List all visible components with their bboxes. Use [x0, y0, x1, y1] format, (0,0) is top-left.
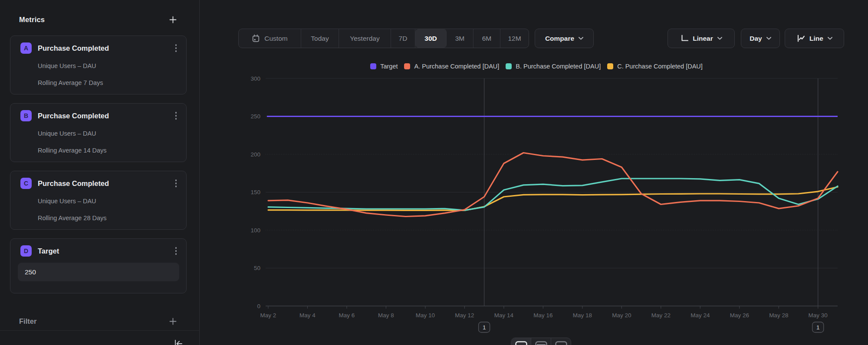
y-axis-label: 150	[250, 189, 260, 195]
x-axis-label: May 22	[651, 312, 671, 319]
x-axis-label: May 18	[573, 312, 592, 319]
x-axis-label: May 12	[455, 312, 474, 319]
x-axis-label: May 16	[533, 312, 552, 319]
x-axis-label: May 24	[690, 312, 710, 319]
y-axis-label: 100	[250, 227, 260, 234]
y-axis-label: 200	[250, 151, 260, 158]
x-axis-label: May 14	[494, 312, 514, 319]
x-axis-label: May 4	[299, 312, 316, 319]
annotation-badge-label: 1	[483, 324, 486, 331]
x-axis-label: May 30	[809, 312, 828, 319]
series-line[interactable]	[268, 187, 838, 210]
bar-chart-toggle-button[interactable]	[551, 338, 571, 345]
y-axis-label: 250	[250, 113, 260, 120]
y-axis-label: 300	[250, 75, 260, 82]
x-axis-label: May 8	[378, 312, 394, 319]
line-chart: 050100150200250300May 2May 4May 6May 8Ma…	[0, 0, 868, 345]
x-axis-label: May 28	[769, 312, 788, 319]
x-axis-label: May 10	[416, 312, 435, 319]
line-chart-toggle-button[interactable]	[511, 338, 531, 345]
chart-type-toolbar	[511, 338, 571, 345]
x-axis-label: May 6	[339, 312, 355, 319]
y-axis-label: 50	[254, 265, 260, 271]
table-chart-icon	[535, 341, 547, 345]
x-axis-label: May 20	[612, 312, 631, 319]
line-chart-icon	[515, 341, 527, 345]
table-chart-toggle-button[interactable]	[531, 338, 551, 345]
annotation-badge-label: 1	[816, 324, 820, 331]
bar-chart-icon	[555, 341, 567, 345]
x-axis-label: May 2	[260, 312, 276, 319]
y-axis-label: 0	[257, 303, 260, 309]
x-axis-label: May 26	[730, 312, 749, 319]
